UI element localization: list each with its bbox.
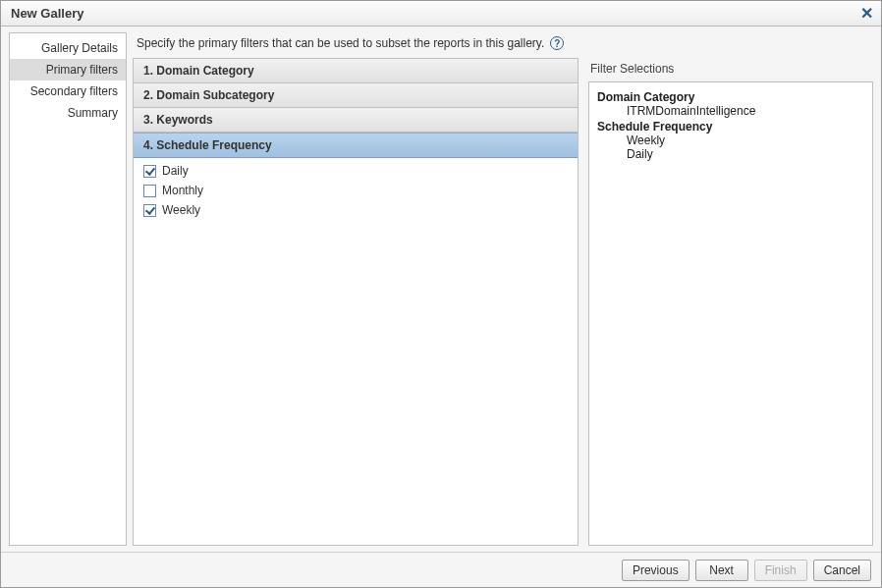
selections-column: Filter Selections Domain Category ITRMDo… — [588, 58, 873, 546]
filter-spacer — [134, 223, 578, 545]
close-icon[interactable]: ✕ — [860, 6, 873, 22]
new-gallery-dialog: New Gallery ✕ Gallery Details Primary fi… — [0, 0, 882, 588]
checkbox-daily[interactable] — [143, 165, 156, 178]
sidebar-item-gallery-details[interactable]: Gallery Details — [10, 37, 126, 59]
split-panel: •••• •••• 1. Domain Category 2. Domain S… — [133, 58, 873, 546]
previous-button[interactable]: Previous — [622, 560, 689, 581]
sidebar-item-summary[interactable]: Summary — [10, 102, 126, 124]
selections-title: Filter Selections — [588, 58, 873, 81]
title-bar: New Gallery ✕ — [1, 1, 881, 27]
selections-box: Domain Category ITRMDomainIntelligence S… — [588, 81, 873, 546]
option-label: Daily — [162, 164, 189, 178]
filter-accordion: 1. Domain Category 2. Domain Subcategory… — [133, 58, 579, 546]
filter-header-domain-subcategory[interactable]: 2. Domain Subcategory — [134, 83, 578, 108]
sidebar-item-primary-filters[interactable]: Primary filters — [10, 59, 126, 80]
checkbox-weekly[interactable] — [143, 204, 156, 217]
selection-group-schedule-frequency: Schedule Frequency — [597, 120, 864, 134]
content-area: Specify the primary filters that can be … — [131, 27, 881, 552]
filter-header-keywords[interactable]: 3. Keywords — [134, 108, 578, 133]
option-daily[interactable]: Daily — [143, 164, 568, 178]
dialog-title: New Gallery — [11, 6, 83, 21]
selection-value: Weekly — [627, 134, 864, 147]
help-icon[interactable]: ? — [550, 36, 564, 50]
option-label: Monthly — [162, 184, 203, 197]
finish-button: Finish — [754, 560, 807, 581]
option-weekly[interactable]: Weekly — [143, 203, 568, 217]
dialog-body: Gallery Details Primary filters Secondar… — [1, 27, 881, 552]
sidebar-item-secondary-filters[interactable]: Secondary filters — [10, 80, 126, 102]
option-monthly[interactable]: Monthly — [143, 184, 568, 197]
filter-header-domain-category[interactable]: 1. Domain Category — [134, 59, 578, 83]
filter-header-schedule-frequency[interactable]: 4. Schedule Frequency — [134, 133, 578, 158]
option-label: Weekly — [162, 203, 200, 217]
schedule-frequency-options: Daily Monthly Weekly — [134, 158, 578, 223]
wizard-steps-sidebar: Gallery Details Primary filters Secondar… — [9, 32, 127, 546]
selection-group-domain-category: Domain Category — [597, 90, 864, 104]
instructions-label: Specify the primary filters that can be … — [137, 36, 544, 50]
cancel-button[interactable]: Cancel — [813, 560, 871, 581]
instructions-text: Specify the primary filters that can be … — [133, 32, 873, 58]
selection-value: Daily — [627, 147, 864, 161]
button-bar: Previous Next Finish Cancel — [1, 552, 881, 587]
filters-column: •••• •••• 1. Domain Category 2. Domain S… — [133, 58, 579, 546]
selection-value: ITRMDomainIntelligence — [627, 104, 864, 118]
checkbox-monthly[interactable] — [143, 185, 156, 197]
next-button[interactable]: Next — [695, 560, 748, 581]
